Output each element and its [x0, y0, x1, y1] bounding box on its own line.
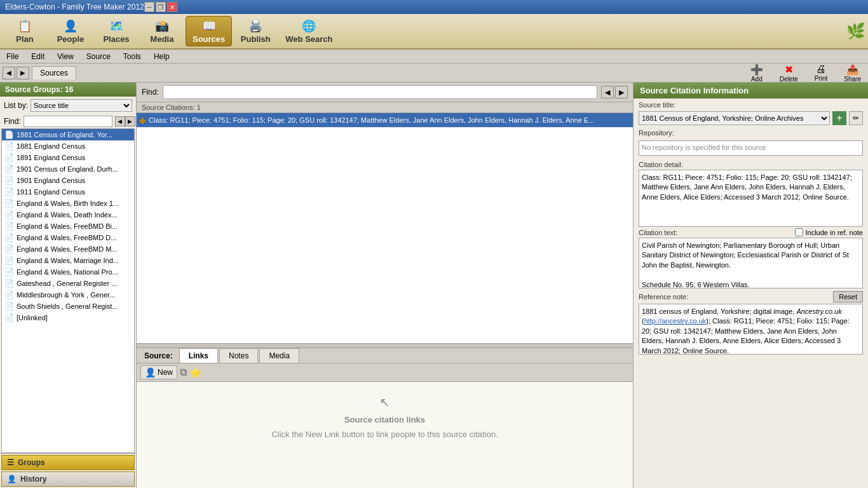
citation-detail-text: Class: RG11; Piece: 4751; Folio: 115; Pa… [642, 173, 852, 201]
source-item[interactable]: 📄1901 Census of England, Durh... [2, 163, 134, 175]
find-next-button[interactable]: ▶ [125, 116, 135, 126]
link-star-icon[interactable]: ⭐ [189, 367, 202, 379]
source-item[interactable]: 📄England & Wales, National Pro... [2, 266, 134, 278]
menu-edit[interactable]: Edit [27, 51, 48, 62]
source-item[interactable]: 📄England & Wales, Death Index... [2, 209, 134, 220]
links-toolbar: 👤 New ⧉ ⭐ [137, 363, 633, 382]
print-button[interactable]: 🖨 Print [810, 62, 832, 85]
groups-button[interactable]: ☰ Groups [1, 455, 135, 470]
add-button[interactable]: ➕ Add [746, 62, 768, 85]
source-item-text: Middlesbrough & York , Gener... [17, 291, 115, 299]
print-label: Print [815, 75, 828, 82]
source-item-icon: 📄 [4, 142, 14, 151]
find-input[interactable] [24, 116, 112, 127]
nav-sources[interactable]: 📖 Sources [186, 16, 232, 46]
ref-note-text: 1881 census of England, Yorkshire; digit… [642, 308, 850, 355]
ref-note-row: Reference note: Reset [634, 288, 868, 304]
print-icon: 🖨 [816, 64, 826, 75]
citation-text-label: Citation text: [639, 229, 677, 236]
source-item[interactable]: 📄1881 England Census [2, 140, 134, 152]
minimize-button[interactable]: ─ [144, 2, 154, 12]
source-item[interactable]: 📄1891 England Census [2, 152, 134, 163]
source-item[interactable]: 📄Gateshead , General Register ... [2, 278, 134, 289]
tab-notes[interactable]: Notes [219, 348, 258, 363]
list-by-row: List by: Source title [0, 97, 136, 114]
source-item-icon: 📄 [4, 302, 14, 311]
add-label: Add [751, 76, 763, 83]
source-title-add-button[interactable]: + [832, 111, 846, 125]
menu-source[interactable]: Source [83, 51, 114, 62]
forward-button[interactable]: ▶ [17, 67, 29, 79]
menu-view[interactable]: View [53, 51, 78, 62]
delete-button[interactable]: ✖ Delete [775, 62, 803, 85]
nav-publish[interactable]: 🖨️ Publish [233, 16, 278, 46]
source-item-icon: 📄 [4, 233, 14, 242]
source-item[interactable]: 📄[Unlinked] [2, 312, 134, 323]
nav-people[interactable]: 👤 People [48, 16, 93, 46]
include-ref-checkbox[interactable] [795, 228, 803, 236]
source-item[interactable]: 📄England & Wales, FreeBMD M... [2, 243, 134, 255]
center-find-next[interactable]: ▶ [615, 86, 628, 98]
source-item[interactable]: 📄England & Wales, FreeBMD D... [2, 232, 134, 243]
back-button[interactable]: ◀ [3, 67, 15, 79]
toolbar: ◀ ▶ Sources ➕ Add ✖ Delete 🖨 Print 📤 Sha… [0, 64, 868, 83]
link-copy-icon[interactable]: ⧉ [180, 367, 187, 378]
delete-label: Delete [780, 76, 798, 83]
center-find-label: Find: [142, 88, 159, 97]
tab-media[interactable]: Media [259, 348, 299, 363]
source-item-text: 1881 England Census [17, 142, 85, 150]
reset-button[interactable]: Reset [833, 291, 863, 302]
source-item[interactable]: 📄England & Wales, Marriage Ind... [2, 255, 134, 266]
nav-places[interactable]: 🗺️ Places [94, 16, 139, 46]
tab-links[interactable]: Links [179, 348, 218, 363]
list-by-select[interactable]: Source title [31, 99, 132, 112]
source-item[interactable]: 📄1901 England Census [2, 175, 134, 186]
center-find-prev[interactable]: ◀ [601, 86, 614, 98]
source-item[interactable]: 📄South Shields , General Regist... [2, 301, 134, 312]
nav-media[interactable]: 📸 Media [140, 16, 184, 46]
source-item[interactable]: 📄1881 Census of England, Yor... [2, 129, 134, 140]
source-item[interactable]: 📄England & Wales, FreeBMD Bi... [2, 220, 134, 232]
source-item-text: 1881 Census of England, Yor... [17, 131, 112, 139]
main-content: Source Groups: 16 List by: Source title … [0, 83, 868, 488]
citation-detail-box[interactable]: Class: RG11; Piece: 4751; Folio: 115; Pa… [639, 170, 863, 227]
center-find-input[interactable] [163, 85, 597, 99]
right-header: Source Citation Information [634, 83, 868, 98]
source-item[interactable]: 📄Middlesbrough & York , Gener... [2, 289, 134, 301]
publish-icon: 🖨️ [248, 19, 262, 33]
restore-button[interactable]: ❐ [156, 2, 166, 12]
new-link-button[interactable]: 👤 New [140, 365, 177, 379]
cursor-icon: ↖ [379, 395, 390, 410]
window-title: Elders-Cowton - Family Tree Maker 2012 [5, 3, 144, 11]
menu-help[interactable]: Help [150, 51, 173, 62]
menu-tools[interactable]: Tools [119, 51, 145, 62]
find-prev-button[interactable]: ◀ [115, 116, 125, 126]
nav-websearch-label: Web Search [285, 34, 332, 44]
title-bar: Elders-Cowton - Family Tree Maker 2012 ─… [0, 0, 868, 14]
vertical-resizer[interactable] [137, 343, 633, 348]
citations-header: Source Citations: 1 [137, 102, 633, 113]
citation-item[interactable]: ◆Class: RG11; Piece: 4751; Folio: 115; P… [137, 113, 633, 128]
source-item-text: 1901 Census of England, Durh... [17, 165, 118, 173]
source-item[interactable]: 📄England & Wales, Birth Index 1... [2, 198, 134, 209]
citation-detail-label: Citation detail: [634, 158, 868, 170]
citation-text-box[interactable]: Civil Parish of Newington; Parliamentary… [639, 238, 863, 288]
nav-plan[interactable]: 📋 Plan [3, 16, 47, 46]
source-item-text: 1901 England Census [17, 177, 85, 184]
close-button[interactable]: ✕ [167, 2, 177, 12]
history-button[interactable]: 👤 History [1, 471, 135, 487]
menu-bar: File Edit View Source Tools Help [0, 50, 868, 64]
share-button[interactable]: 📤 Share [839, 62, 865, 85]
source-title-edit-button[interactable]: ✏ [849, 111, 863, 125]
nav-websearch[interactable]: 🌐 Web Search [279, 16, 339, 46]
source-item-text: England & Wales, FreeBMD D... [17, 234, 116, 241]
source-item-icon: 📄 [4, 222, 14, 231]
source-item[interactable]: 📄1911 England Census [2, 186, 134, 198]
toolbar-actions: ➕ Add ✖ Delete 🖨 Print 📤 Share [746, 62, 865, 85]
menu-file[interactable]: File [3, 51, 22, 62]
ref-note-box[interactable]: 1881 census of England, Yorkshire; digit… [639, 304, 863, 355]
source-item-text: [Unlinked] [17, 314, 48, 322]
source-title-select[interactable]: 1881 Census of England, Yorkshire; Onlin… [639, 111, 830, 125]
source-title-label: Source title: [634, 98, 868, 110]
include-ref-check[interactable]: Include in ref. note [795, 228, 863, 236]
